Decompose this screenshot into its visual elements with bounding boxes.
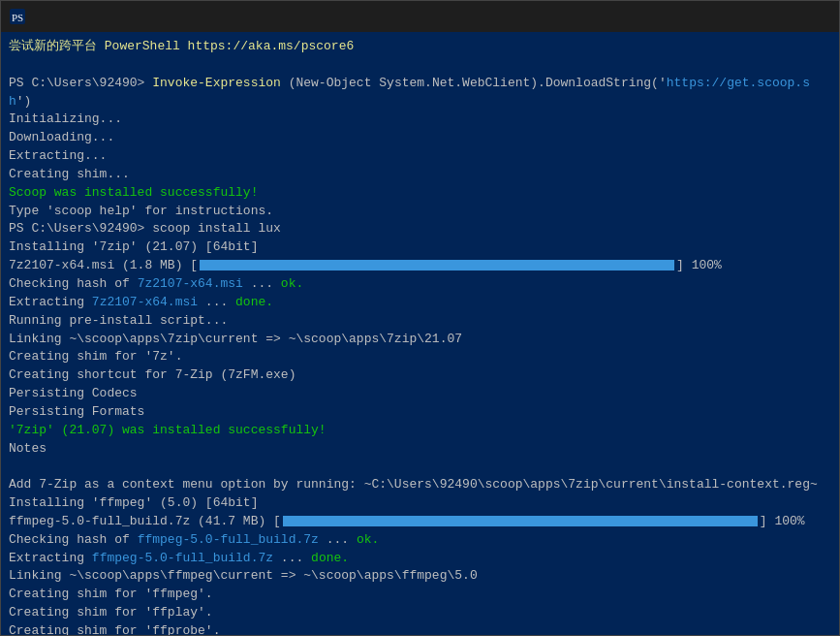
- terminal-line: '7zip' (21.07) was installed successfull…: [9, 422, 831, 440]
- terminal-line: Installing '7zip' (21.07) [64bit]: [9, 238, 831, 257]
- terminal-line: Initializing...: [9, 111, 831, 129]
- terminal-line: [9, 458, 831, 476]
- terminal-line: Creating shim for 'ffplay'.: [9, 604, 831, 622]
- terminal-line: Extracting...: [9, 147, 831, 166]
- terminal-line: Type 'scoop help' for instructions.: [9, 203, 831, 221]
- terminal-line: Linking ~\scoop\apps\ffmpeg\current => ~…: [9, 567, 831, 586]
- terminal-line: Scoop was installed successfully!: [9, 184, 831, 203]
- terminal-line: PS C:\Users\92490> scoop install lux: [9, 220, 831, 238]
- terminal-line: Persisting Formats: [9, 403, 831, 422]
- terminal-line: [9, 56, 831, 75]
- powershell-icon: PS: [9, 8, 26, 25]
- terminal-line: 尝试新的跨平台 PowerShell https://aka.ms/pscore…: [9, 38, 831, 56]
- terminal-line: Installing 'ffmpeg' (5.0) [64bit]: [9, 494, 831, 513]
- terminal-line: ffmpeg-5.0-full_build.7z (41.7 MB) [] 10…: [9, 513, 831, 531]
- terminal-line: Running pre-install script...: [9, 312, 831, 331]
- terminal-line: Extracting 7z2107-x64.msi ... done.: [9, 294, 831, 312]
- terminal-line: Creating shim for '7z'.: [9, 348, 831, 366]
- terminal-line: Creating shim...: [9, 166, 831, 184]
- terminal-line: Checking hash of ffmpeg-5.0-full_build.7…: [9, 531, 831, 550]
- window-controls: [698, 1, 831, 32]
- maximize-button[interactable]: [742, 1, 787, 32]
- terminal-line: Creating shortcut for 7-Zip (7zFM.exe): [9, 366, 831, 385]
- terminal-line: Checking hash of 7z2107-x64.msi ... ok.: [9, 275, 831, 294]
- terminal-line: Extracting ffmpeg-5.0-full_build.7z ... …: [9, 550, 831, 568]
- terminal-line: Creating shim for 'ffprobe'.: [9, 622, 831, 635]
- terminal-line: Notes: [9, 440, 831, 459]
- terminal-line: Persisting Codecs: [9, 385, 831, 403]
- svg-text:PS: PS: [12, 12, 23, 23]
- powershell-window: PS 尝试新的跨平台 PowerShell https://aka.ms/psc…: [0, 0, 840, 636]
- terminal-line: Linking ~\scoop\apps\7zip\current => ~\s…: [9, 331, 831, 349]
- terminal-line: PS C:\Users\92490> Invoke-Expression (Ne…: [9, 75, 831, 111]
- terminal-line: Creating shim for 'ffmpeg'.: [9, 586, 831, 604]
- terminal-line: 7z2107-x64.msi (1.8 MB) [] 100%: [9, 257, 831, 275]
- terminal-output[interactable]: 尝试新的跨平台 PowerShell https://aka.ms/pscore…: [1, 32, 839, 635]
- terminal-line: Downloading...: [9, 129, 831, 147]
- terminal-line: Add 7-Zip as a context menu option by ru…: [9, 476, 831, 494]
- close-button[interactable]: [787, 1, 831, 32]
- minimize-button[interactable]: [698, 1, 742, 32]
- title-bar: PS: [1, 1, 839, 32]
